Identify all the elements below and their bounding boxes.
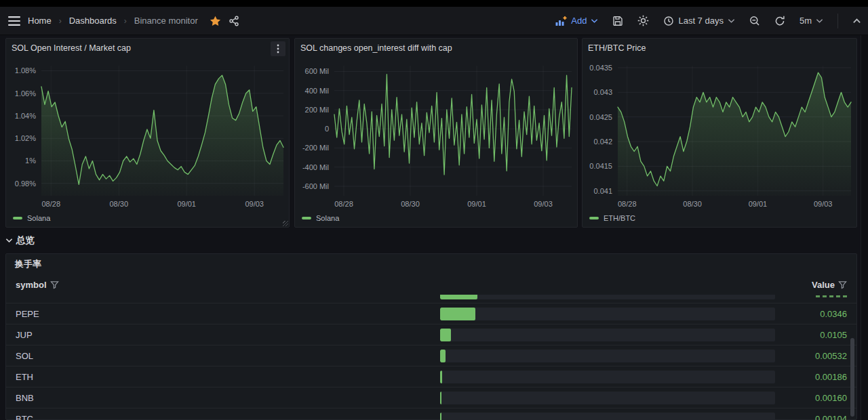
series-line — [334, 75, 572, 175]
value-gauge — [440, 371, 775, 383]
panel-header[interactable]: ETH/BTC Price — [583, 39, 856, 58]
legend-item[interactable]: Solana — [13, 214, 50, 222]
legend-color-chip — [589, 217, 599, 219]
magnifier-minus-icon — [749, 16, 760, 26]
gauge-bar — [440, 392, 441, 404]
dashboard-settings-button[interactable] — [637, 15, 649, 26]
column-header-label: Value — [812, 280, 835, 290]
row-section-toggle[interactable]: 总览 — [5, 233, 35, 248]
value-gauge — [440, 350, 775, 362]
favorite-star-button[interactable] — [210, 16, 221, 26]
legend-color-chip — [302, 217, 311, 219]
table-row: PEPE0.0346 — [6, 303, 856, 324]
page-scrollbar[interactable] — [861, 35, 868, 420]
table-scrollbar-thumb[interactable] — [850, 338, 854, 417]
refresh-interval-picker[interactable]: 5m — [800, 16, 823, 26]
y-tick-label: 200 Mil — [305, 106, 329, 114]
symbol-cell: JUP — [16, 330, 440, 340]
y-tick-label: 0 — [325, 125, 329, 133]
legend-item[interactable]: ETH/BTC — [589, 214, 635, 222]
y-tick-label: -400 Mil — [302, 163, 329, 171]
panel-header[interactable]: SOL changes open_interest diff with cap — [295, 39, 577, 58]
scroll-top-button[interactable] — [852, 18, 861, 24]
table-header-row: symbol Value — [6, 274, 856, 295]
filter-icon[interactable] — [838, 280, 847, 289]
x-tick-label: 09/03 — [245, 200, 264, 208]
value-cell: 0.00532 — [815, 351, 847, 361]
save-dashboard-button[interactable] — [612, 16, 623, 26]
chevron-down-icon — [591, 18, 598, 24]
refresh-interval-label: 5m — [800, 16, 812, 26]
x-tick-label: 08/28 — [334, 200, 353, 208]
x-tick-label: 08/30 — [683, 200, 702, 208]
zoom-out-time-button[interactable] — [749, 16, 760, 26]
value-cell: 0.00104 — [815, 414, 847, 420]
gauge-bar — [440, 308, 475, 320]
chart-canvas[interactable]: 600 Mil400 Mil200 Mil0-200 Mil-400 Mil-6… — [295, 58, 577, 227]
x-tick-label: 08/30 — [109, 200, 128, 208]
chart-svg: 0.04350.0430.04250.0420.04150.04108/2808… — [583, 58, 856, 208]
panel-menu-button[interactable] — [271, 41, 285, 56]
y-tick-label: 0.0415 — [589, 162, 612, 170]
chart-svg: 1.08%1.06%1.04%1.02%1%0.98%08/2808/3009/… — [6, 58, 289, 208]
value-cell: 0.00160 — [815, 393, 847, 403]
y-tick-label: -200 Mil — [302, 144, 329, 152]
star-icon — [210, 16, 221, 26]
y-tick-label: 0.043 — [593, 88, 612, 96]
time-range-picker[interactable]: Last 7 days — [663, 16, 735, 26]
y-tick-label: -600 Mil — [302, 182, 329, 190]
share-button[interactable] — [229, 16, 239, 26]
x-tick-label: 09/01 — [749, 200, 768, 208]
section-title: 总览 — [16, 234, 35, 247]
table-panel-title[interactable]: 换手率 — [6, 254, 856, 274]
nav-divider — [837, 14, 838, 28]
chart-canvas[interactable]: 0.04350.0430.04250.0420.04150.04108/2808… — [583, 58, 856, 227]
hamburger-icon — [8, 16, 20, 26]
y-tick-label: 0.042 — [593, 138, 612, 146]
clipped-value-sliver — [816, 295, 847, 297]
value-gauge — [440, 329, 775, 341]
chevron-down-icon — [728, 18, 735, 24]
hamburger-menu-button[interactable] — [8, 16, 20, 26]
breadcrumb-dashboards[interactable]: Dashboards — [69, 16, 117, 26]
panel-header[interactable]: SOL Open Interest / Market cap — [6, 39, 289, 58]
y-tick-label: 0.0435 — [589, 64, 612, 72]
legend-label: Solana — [27, 214, 50, 222]
kebab-icon — [277, 44, 279, 54]
x-tick-label: 09/01 — [467, 200, 486, 208]
refresh-icon — [774, 16, 785, 26]
gear-icon — [637, 15, 649, 26]
y-tick-label: 1% — [25, 156, 36, 165]
add-panel-button[interactable]: Add — [555, 16, 598, 26]
panel-resize-handle[interactable] — [283, 221, 288, 226]
symbol-cell: BTC — [16, 414, 440, 420]
gauge-bar — [440, 371, 442, 383]
add-label: Add — [571, 16, 587, 26]
y-tick-label: 1.04% — [15, 112, 36, 120]
refresh-button[interactable] — [774, 16, 785, 26]
gauge-bar — [440, 295, 477, 299]
value-gauge — [440, 413, 775, 420]
symbol-cell: PEPE — [16, 309, 440, 319]
panel-ethbtc-price: ETH/BTC Price 0.04350.0430.04250.0420.04… — [582, 38, 857, 228]
x-tick-label: 08/30 — [401, 200, 420, 208]
gauge-bar — [440, 329, 451, 341]
table-row: BNB0.00160 — [6, 387, 856, 408]
chart-svg: 600 Mil400 Mil200 Mil0-200 Mil-400 Mil-6… — [295, 58, 577, 208]
add-panel-icon — [555, 16, 567, 26]
y-tick-label: 400 Mil — [305, 87, 329, 95]
symbol-cell: BNB — [16, 393, 440, 403]
legend-item[interactable]: Solana — [302, 214, 339, 222]
breadcrumb-home[interactable]: Home — [28, 16, 52, 26]
filter-icon[interactable] — [50, 280, 59, 289]
value-gauge — [440, 295, 775, 299]
y-tick-label: 1.02% — [15, 134, 36, 142]
y-tick-label: 0.98% — [15, 180, 36, 188]
table-row: BTC0.00104 — [6, 408, 856, 420]
panel-sol-oi-diff: SOL changes open_interest diff with cap … — [294, 38, 578, 228]
table-row: JUP0.0105 — [6, 324, 856, 345]
breadcrumb-separator: › — [59, 16, 62, 26]
column-header-value[interactable]: Value — [812, 280, 847, 290]
chart-canvas[interactable]: 1.08%1.06%1.04%1.02%1%0.98%08/2808/3009/… — [6, 58, 289, 227]
column-header-symbol[interactable]: symbol — [16, 280, 59, 290]
